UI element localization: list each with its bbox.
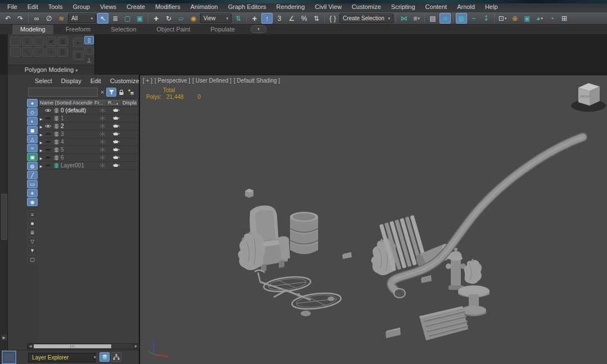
select-and-link-button[interactable]: ∞ [31,13,42,24]
filter-none-button[interactable]: ▽ [27,237,38,245]
layer-row[interactable]: Layer001 [38,162,138,170]
clear-search-icon[interactable]: × [101,89,104,95]
expand-arrow-icon[interactable] [38,131,44,137]
redo-button[interactable]: ↷ [15,13,26,24]
render-production-button[interactable]: ◕ [534,13,545,24]
menu-content[interactable]: Content [420,2,452,12]
edit-poly-mode-button[interactable]: ╲ [22,47,33,57]
object-small-cube[interactable] [245,189,253,198]
expand-arrow-icon[interactable] [38,147,44,153]
select-and-rotate-button[interactable]: ↻ [163,13,174,24]
render-toggle[interactable] [109,108,124,113]
scroll-left-arrow[interactable]: ◀ [28,344,33,349]
add-layer-icon[interactable] [126,88,137,97]
use-pivot-point-center-button[interactable]: ⇅ [233,13,244,24]
render-toggle[interactable] [109,163,124,168]
object-brick-small[interactable] [342,252,352,259]
align-button[interactable]: ≡ [411,13,422,24]
render-toggle[interactable] [109,131,124,136]
dock-scrollbar-thumb[interactable] [1,194,7,240]
column-render[interactable]: R...▴ [106,100,121,106]
viewport-shading-menu[interactable]: [ Default Shading ] [234,78,280,84]
menu-create[interactable]: Create [121,2,150,12]
render-toggle[interactable] [109,147,124,152]
display-influences-filter[interactable]: ◉ [27,198,38,206]
freeze-toggle[interactable] [96,147,109,152]
object-trash-bag[interactable] [238,231,265,270]
bind-to-space-warp-button[interactable]: ≋ [56,13,67,24]
layer-row[interactable]: 0 (default) [38,107,138,115]
column-frozen[interactable]: Fr... [93,100,106,106]
separator[interactable] [396,14,396,22]
render-in-cloud-button[interactable]: ◔ [546,13,558,24]
search-input[interactable] [28,88,98,97]
separator[interactable] [453,14,454,22]
freeze-toggle[interactable] [96,124,109,129]
reference-coordinate-system-dropdown[interactable]: View [200,13,232,23]
render-toggle[interactable] [109,139,124,144]
angle-snap-toggle[interactable]: ∠ [286,13,297,24]
hierarchy-mode-button[interactable] [111,352,121,362]
spinner-snap-toggle[interactable]: ⇅ [311,13,322,24]
modifier-stack-button[interactable]: ≡ [84,46,94,54]
menu-civil-view[interactable]: Civil View [310,2,346,12]
display-groups-filter[interactable]: ▣ [27,153,38,161]
subobject-mode-button[interactable]: ▰ [46,37,56,46]
render-setup-button[interactable]: ⊕ [509,13,520,24]
menu-arnold[interactable]: Arnold [452,2,480,12]
menu-rendering[interactable]: Rendering [271,2,310,12]
layer-row[interactable]: 6 [38,154,138,162]
separator[interactable] [324,14,325,22]
menu-animation[interactable]: Animation [185,2,223,12]
visibility-toggle[interactable] [44,147,52,152]
object-bicycle[interactable] [255,270,342,312]
select-and-place-button[interactable]: ◉ [188,13,199,24]
select-by-name-button[interactable]: ≣ [110,13,121,24]
expand-arrow-icon[interactable] [38,115,44,121]
menu-scripting[interactable]: Scripting [386,2,420,12]
menu-edit[interactable]: Edit [22,2,43,12]
subobject-mode-button[interactable]: ◇ [34,37,44,46]
freeze-toggle[interactable] [96,108,109,113]
stack-tool-button[interactable]: ▸ [73,38,84,47]
rendered-frame-window-button[interactable]: ▣ [522,13,533,24]
curve-editor-button[interactable]: ~ [468,13,479,24]
schematic-view-button[interactable]: ↧ [481,13,492,24]
layer-row[interactable]: 3 [38,130,138,138]
visibility-toggle[interactable] [44,155,52,160]
freeze-toggle[interactable] [96,163,109,168]
visibility-toggle[interactable] [44,131,52,136]
undo-button[interactable]: ↶ [2,13,13,24]
unlink-selection-button[interactable]: ∅ [43,13,55,24]
layer-row[interactable]: 2 [38,122,138,130]
column-headers[interactable]: Name (Sorted Ascending)▴ Fr... R...▴ Dis… [38,99,138,107]
freeze-toggle[interactable] [96,131,109,136]
panel-title[interactable]: Polygon Modeling ▾ [8,65,94,75]
material-editor-button[interactable]: ⊡ [497,13,508,24]
filter-icon[interactable] [106,88,116,97]
pick-container-button[interactable]: ▢ [27,255,38,263]
layer-row[interactable]: 4 [38,138,138,146]
display-lights-filter[interactable]: ◐ [27,117,38,125]
tab-freeform[interactable]: Freeform [58,25,99,34]
display-space-warps-filter[interactable]: ≈ [27,144,38,152]
viewport-user-menu[interactable]: [ User Defined ] [192,78,231,84]
docked-panel-button[interactable] [2,351,16,364]
scrollbar-track[interactable] [33,344,133,349]
chevron-down-icon[interactable]: ▾ [94,355,96,360]
layer-row[interactable]: 5 [38,146,138,154]
render-toggle[interactable] [109,116,124,121]
viewport-general-menu[interactable]: [ + ] [143,78,152,84]
horizontal-scrollbar[interactable]: ◀ ▶ [27,343,139,349]
display-helpers-filter[interactable]: △ [27,135,38,143]
viewcube[interactable]: FRONT [570,83,607,112]
tab-object-paint[interactable]: Object Paint [149,25,198,34]
visibility-toggle[interactable] [44,163,52,168]
object-pebble[interactable] [301,311,311,316]
tab-modeling[interactable]: Modeling [12,25,53,34]
sort-alphabetical-button[interactable]: ≡ [27,210,38,219]
display-objects-filter[interactable]: ● [27,99,38,107]
viewport-pov-menu[interactable]: [ Perspective ] [155,78,190,84]
separator[interactable] [246,14,247,22]
expand-arrow-icon[interactable] [38,123,44,129]
